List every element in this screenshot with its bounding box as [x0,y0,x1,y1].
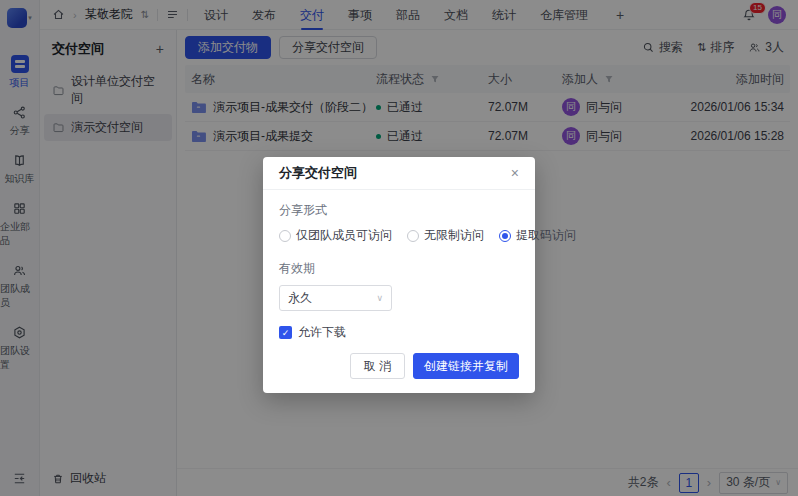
share-type-options: 仅团队成员可访问 无限制访问 提取码访问 [279,227,519,244]
chevron-down-icon: ∨ [376,293,383,303]
radio-label: 仅团队成员可访问 [296,227,392,244]
create-link-copy-button[interactable]: 创建链接并复制 [413,353,519,379]
validity-label: 有效期 [279,260,519,277]
cancel-button[interactable]: 取 消 [350,353,405,379]
radio-unrestricted[interactable]: 无限制访问 [407,227,484,244]
radio-icon [499,230,511,242]
radio-team-members-only[interactable]: 仅团队成员可访问 [279,227,392,244]
radio-icon [279,230,291,242]
modal-title: 分享交付空间 [279,164,357,182]
app-window: ▾ 项目 分享 [0,0,798,496]
modal-header: 分享交付空间 × [263,157,535,190]
radio-icon [407,230,419,242]
allow-download-checkbox[interactable]: ✓ 允许下载 [279,324,519,341]
share-type-label: 分享形式 [279,202,519,219]
modal-body: 分享形式 仅团队成员可访问 无限制访问 提取码访问 有效期 永久 ∨ [263,190,535,341]
radio-label: 提取码访问 [516,227,576,244]
allow-download-label: 允许下载 [298,324,346,341]
validity-select[interactable]: 永久 ∨ [279,285,392,311]
modal-footer: 取 消 创建链接并复制 [263,343,535,393]
radio-label: 无限制访问 [424,227,484,244]
close-icon[interactable]: × [511,165,519,181]
share-space-modal: 分享交付空间 × 分享形式 仅团队成员可访问 无限制访问 提取码访问 有效期 [263,157,535,393]
validity-value: 永久 [288,290,312,307]
radio-access-code[interactable]: 提取码访问 [499,227,576,244]
checkbox-checked-icon: ✓ [279,326,292,339]
